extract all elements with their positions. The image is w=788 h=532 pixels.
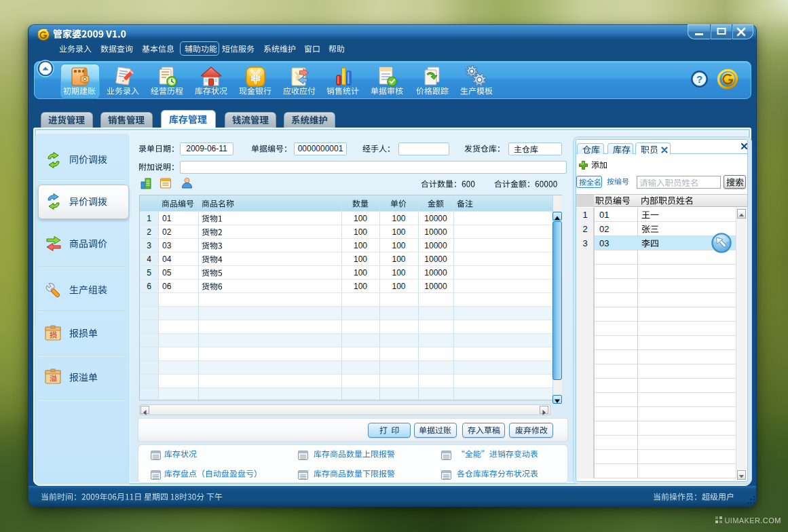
svg-text:?: ? — [696, 73, 702, 85]
